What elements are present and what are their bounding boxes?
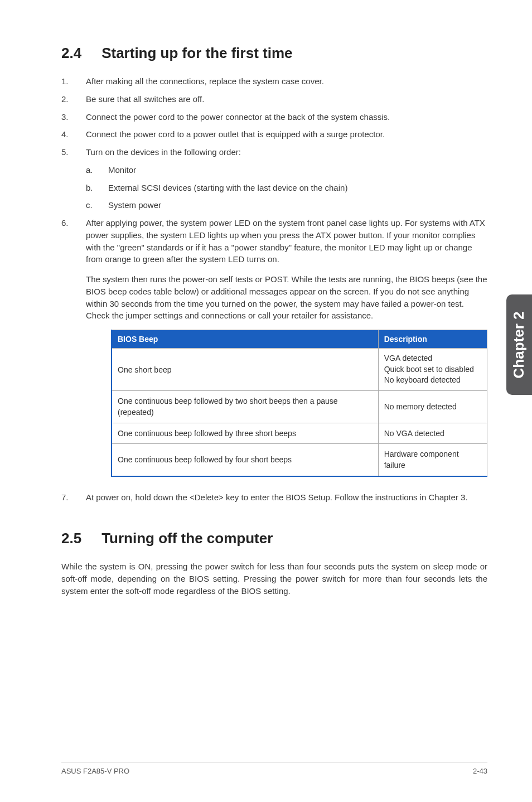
footer-right: 2-43	[473, 767, 487, 775]
sub-item-letter: b.	[86, 182, 93, 194]
sub-list-item: a. Monitor	[86, 164, 487, 176]
list-item: 7. At power on, hold down the <Delete> k…	[61, 491, 487, 504]
table-cell-beep: One continuous beep followed by two shor…	[112, 391, 378, 423]
table-cell-beep: One short beep	[112, 349, 378, 391]
sub-item-text: System power	[108, 200, 161, 210]
sub-list-item: b. External SCSI devices (starting with …	[86, 182, 487, 194]
table-cell-description: Hardware component failure	[378, 443, 487, 476]
item-number: 5.	[61, 146, 69, 158]
table-row: One short beep VGA detected Quick boot s…	[112, 349, 487, 391]
table-cell-description: No VGA detected	[378, 423, 487, 443]
sub-list: a. Monitor b. External SCSI devices (sta…	[86, 164, 487, 211]
table-header-beep: BIOS Beep	[112, 330, 378, 349]
item-paragraph: The system then runs the power-on self t…	[86, 273, 487, 322]
desc-line: No keyboard detected	[384, 375, 481, 386]
section-2-5-body: While the system is ON, pressing the pow…	[61, 561, 487, 597]
list-item: 1. After making all the connections, rep…	[61, 75, 487, 88]
list-item: 4. Connect the power cord to a power out…	[61, 128, 487, 141]
steps-list: 1. After making all the connections, rep…	[61, 75, 487, 503]
desc-line: Quick boot set to disabled	[384, 364, 481, 375]
item-text: After making all the connections, replac…	[86, 76, 324, 86]
table-cell-beep: One continuous beep followed by three sh…	[112, 423, 378, 443]
table-cell-description: No memory detected	[378, 391, 487, 423]
item-number: 6.	[61, 217, 69, 229]
item-number: 7.	[61, 491, 69, 504]
list-item: 6. After applying power, the system powe…	[61, 217, 487, 477]
item-number: 3.	[61, 111, 69, 123]
bios-beep-table: BIOS Beep Description One short beep VGA…	[111, 330, 487, 477]
desc-line: VGA detected	[384, 353, 481, 364]
section-number: 2.4	[61, 45, 81, 62]
item-number: 2.	[61, 93, 69, 105]
table-header-description: Description	[378, 330, 487, 349]
sub-item-letter: a.	[86, 164, 93, 176]
page-content: 2.4 Starting up for the first time 1. Af…	[0, 0, 532, 802]
table-cell-description: VGA detected Quick boot set to disabled …	[378, 349, 487, 391]
sub-item-text: External SCSI devices (starting with the…	[108, 183, 347, 192]
list-item: 5. Turn on the devices in the following …	[61, 146, 487, 211]
item-text: Connect the power cord to the power conn…	[86, 112, 390, 122]
section-title: Turning off the computer	[101, 530, 273, 547]
table-row: One continuous beep followed by three sh…	[112, 423, 487, 443]
section-number: 2.5	[61, 530, 81, 547]
item-text: At power on, hold down the <Delete> key …	[86, 492, 468, 502]
sub-list-item: c. System power	[86, 199, 487, 211]
sub-item-letter: c.	[86, 199, 93, 211]
section-2-5: 2.5 Turning off the computer While the s…	[61, 530, 487, 597]
list-item: 2. Be sure that all switches are off.	[61, 93, 487, 105]
item-text: Turn on the devices in the following ord…	[86, 147, 241, 157]
item-text: Connect the power cord to a power outlet…	[86, 129, 385, 139]
item-text: Be sure that all switches are off.	[86, 94, 204, 104]
sub-item-text: Monitor	[108, 165, 136, 175]
section-2-5-heading: 2.5 Turning off the computer	[61, 530, 487, 547]
section-2-4-heading: 2.4 Starting up for the first time	[61, 45, 487, 62]
table-row: One continuous beep followed by two shor…	[112, 391, 487, 423]
footer-left: ASUS F2A85-V PRO	[61, 767, 129, 775]
table-cell-beep: One continuous beep followed by four sho…	[112, 443, 378, 476]
page-footer: ASUS F2A85-V PRO 2-43	[61, 762, 487, 775]
section-title: Starting up for the first time	[101, 45, 292, 62]
item-text: After applying power, the system power L…	[86, 218, 485, 264]
list-item: 3. Connect the power cord to the power c…	[61, 111, 487, 123]
item-number: 4.	[61, 128, 69, 141]
item-number: 1.	[61, 75, 69, 88]
table-row: One continuous beep followed by four sho…	[112, 443, 487, 476]
